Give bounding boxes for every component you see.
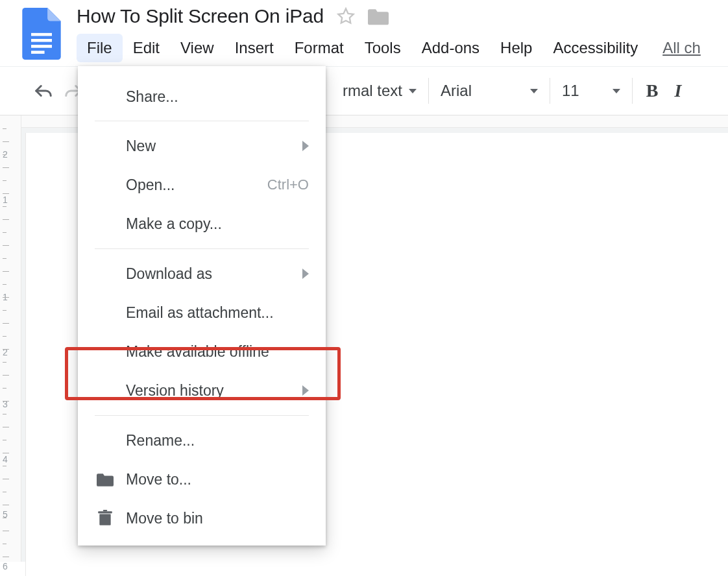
menu-move-to-bin[interactable]: Move to bin [78,499,326,538]
file-menu-dropdown: Share... New Open... Ctrl+O Make a copy.… [78,66,326,546]
svg-rect-6 [98,511,112,513]
menu-file[interactable]: File [77,34,123,62]
menu-rename[interactable]: Rename... [78,421,326,460]
last-edit-link[interactable]: All ch [662,39,701,57]
menu-accessibility[interactable]: Accessibility [542,34,648,62]
chevron-down-icon [530,89,538,93]
italic-button[interactable]: I [665,80,691,101]
toolbar-separator [632,78,633,104]
paragraph-style-label: rmal text [343,82,402,100]
toolbar-separator [550,78,550,104]
submenu-arrow-icon [302,269,309,279]
chevron-down-icon [613,89,620,93]
ruler-label: 1 [3,195,16,205]
menu-make-copy-label: Make a copy... [126,215,309,233]
svg-rect-5 [99,514,110,525]
menu-separator [95,121,309,121]
svg-rect-7 [103,510,108,511]
move-folder-icon[interactable] [368,7,389,25]
menu-download-as-label: Download as [126,265,291,283]
undo-button[interactable] [29,76,58,106]
document-title[interactable]: How To Split Screen On iPad [77,5,324,27]
menu-help[interactable]: Help [490,34,542,62]
menu-move-to[interactable]: Move to... [78,460,326,499]
ruler-label: 6 [3,561,16,571]
font-size-value: 11 [562,82,579,100]
toolbar-separator [428,78,429,104]
menu-insert[interactable]: Insert [224,34,284,62]
submenu-arrow-icon [302,141,309,151]
trash-icon [96,510,114,527]
bold-button[interactable]: B [639,80,665,101]
menu-version-history[interactable]: Version history [78,371,326,410]
menu-separator [95,248,309,249]
font-selector[interactable]: Arial [441,82,538,100]
menu-tools[interactable]: Tools [354,34,411,62]
font-label: Arial [441,82,472,100]
menu-view[interactable]: View [170,34,224,62]
header: How To Split Screen On iPad File Edit Vi… [0,0,728,62]
menu-new-label: New [126,138,291,155]
menu-rename-label: Rename... [126,432,309,450]
vertical-ruler: 2 1 1 2 3 4 5 6 [0,115,21,562]
menu-edit[interactable]: Edit [123,34,170,62]
menu-email-attachment-label: Email as attachment... [126,304,309,322]
menu-version-history-label: Version history [126,382,291,400]
svg-marker-4 [338,8,353,23]
menu-separator [95,415,309,416]
svg-rect-3 [31,51,45,54]
menu-addons[interactable]: Add-ons [411,34,490,62]
menu-open-shortcut: Ctrl+O [267,176,309,193]
menu-email-attachment[interactable]: Email as attachment... [78,293,326,332]
docs-logo-icon[interactable] [22,8,61,60]
paragraph-style-selector[interactable]: rmal text [327,82,417,100]
svg-rect-1 [31,39,52,42]
star-icon[interactable] [337,7,355,25]
menu-share-label: Share... [126,88,309,106]
ruler-label: 4 [3,454,16,464]
menu-move-to-label: Move to... [126,471,309,488]
submenu-arrow-icon [302,385,309,396]
svg-rect-2 [31,45,52,48]
svg-rect-0 [31,33,52,36]
folder-icon [96,472,114,486]
menu-download-as[interactable]: Download as [78,254,326,293]
menu-share[interactable]: Share... [78,78,326,115]
menu-make-offline[interactable]: Make available offline [78,332,326,371]
menu-make-offline-label: Make available offline [126,343,309,361]
chevron-down-icon [409,89,417,93]
menu-make-copy[interactable]: Make a copy... [78,204,326,243]
font-size-selector[interactable]: 11 [562,82,620,100]
menu-format[interactable]: Format [284,34,354,62]
menu-bar: File Edit View Insert Format Tools Add-o… [77,34,728,62]
menu-open-label: Open... [126,176,256,194]
menu-move-to-bin-label: Move to bin [126,510,309,527]
menu-open[interactable]: Open... Ctrl+O [78,165,326,204]
menu-new[interactable]: New [78,126,326,165]
